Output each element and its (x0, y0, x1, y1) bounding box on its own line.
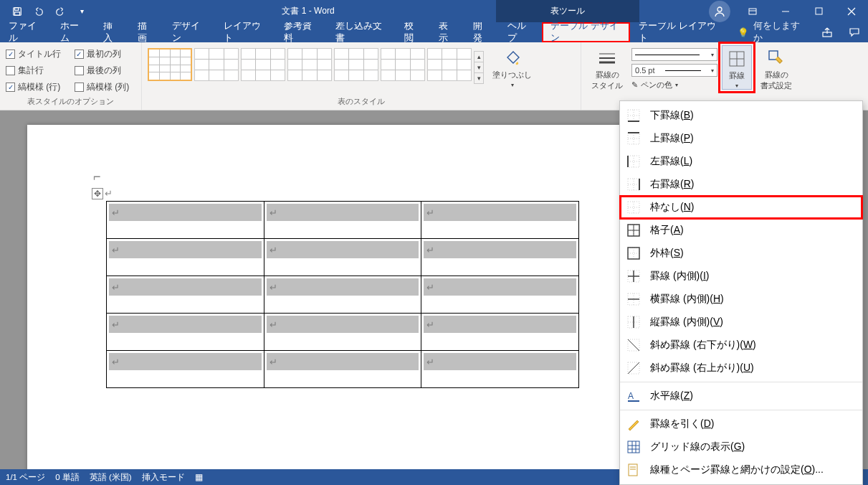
document-table[interactable]: ↵↵↵ ↵↵↵ ↵↵↵ ↵↵↵ ↵↵↵ (106, 201, 579, 388)
svg-rect-17 (628, 110, 639, 121)
pen-weight-select[interactable]: 0.5 pt▾ (631, 64, 717, 77)
table-cell[interactable]: ↵ (264, 202, 421, 239)
table-cell[interactable]: ↵ (421, 276, 579, 314)
chk-total-row[interactable]: 集計行 (6, 65, 67, 77)
table-style-thumb[interactable] (287, 48, 332, 81)
maximize-button[interactable] (802, 1, 835, 22)
table-cell[interactable]: ↵ (264, 239, 421, 276)
redo-button[interactable] (50, 1, 70, 22)
chk-banded-row[interactable]: ✓縞模様 (行) (6, 81, 67, 93)
chk-title-row[interactable]: ✓タイトル行 (6, 48, 67, 60)
table-style-thumb[interactable] (241, 48, 285, 81)
border-painter-button[interactable]: 罫線の 書式設定 (756, 45, 796, 91)
menu-item-box[interactable]: 外枠(S) (620, 242, 862, 265)
tab-view[interactable]: 表示 (430, 22, 464, 42)
menu-item-inside_v[interactable]: 縦罫線 (内側)(V) (620, 311, 862, 334)
tab-home[interactable]: ホーム (52, 22, 95, 42)
account-icon[interactable] (709, 1, 730, 22)
border-style-button[interactable]: 罫線の スタイル (587, 45, 627, 91)
status-mode[interactable]: 挿入モード (142, 472, 185, 483)
undo-button[interactable] (29, 1, 49, 22)
menu-item-grid[interactable]: グリッド線の表示(G) (620, 435, 862, 458)
tab-draw[interactable]: 描画 (129, 22, 163, 42)
ribbon-options-button[interactable] (736, 1, 769, 22)
tab-help[interactable]: ヘルプ (499, 22, 542, 42)
menu-item-label: 罫線を引く(D) (650, 418, 714, 430)
shading-button[interactable]: 塗りつぶし ▾ (488, 45, 536, 88)
menu-item-none[interactable]: 枠なし(N) (620, 196, 862, 219)
chk-first-col[interactable]: ✓最初の列 (75, 48, 135, 60)
menu-item-bottom[interactable]: 下罫線(B) (620, 104, 862, 127)
tell-me-label: 何をしますか (753, 20, 803, 44)
qat-customize-icon[interactable]: ▾ (72, 1, 92, 22)
chevron-up-icon[interactable]: ▴ (474, 52, 483, 62)
pen-color-button[interactable]: ✎ペンの色▾ (631, 80, 717, 90)
table-style-thumb[interactable] (194, 48, 239, 81)
table-cell[interactable]: ↵ (264, 276, 421, 314)
menu-item-hline[interactable]: A水平線(Z) (620, 385, 862, 408)
table-cell[interactable]: ↵ (421, 239, 579, 276)
menu-item-inside[interactable]: 罫線 (内側)(I) (620, 265, 862, 288)
table-style-thumb[interactable] (427, 48, 472, 81)
menu-item-label: 罫線 (内側)(I) (650, 270, 709, 283)
tab-table-layout[interactable]: テーブル レイアウト (630, 22, 727, 42)
menu-item-dialog[interactable]: 線種とページ罫線と網かけの設定(O)... (620, 458, 862, 481)
gallery-scroll[interactable]: ▴▾▾ (474, 51, 484, 84)
menu-item-diag_up[interactable]: 斜め罫線 (右上がり)(U) (620, 357, 862, 380)
tab-references[interactable]: 参考資料 (275, 22, 327, 42)
table-cell[interactable]: ↵ (107, 351, 264, 388)
table-cell[interactable]: ↵ (107, 314, 264, 351)
tab-insert[interactable]: 挿入 (95, 22, 129, 42)
menu-item-draw[interactable]: 罫線を引く(D) (620, 413, 862, 435)
menu-item-right[interactable]: 右罫線(R) (620, 173, 862, 196)
menu-item-all[interactable]: 格子(A) (620, 219, 862, 242)
share-button[interactable] (814, 27, 841, 38)
pen-style-select[interactable]: ▾ (631, 48, 717, 61)
chk-last-col[interactable]: 最後の列 (75, 65, 135, 77)
tab-review[interactable]: 校閲 (396, 22, 430, 42)
table-cell[interactable]: ↵ (264, 314, 421, 351)
tab-table-design[interactable]: テーブル デザイン (542, 22, 630, 42)
border-style-label: 罫線の スタイル (591, 70, 623, 91)
table-cell[interactable]: ↵ (421, 314, 579, 351)
chk-banded-col[interactable]: 縞模様 (列) (75, 81, 135, 93)
tab-file[interactable]: ファイル (0, 22, 52, 42)
table-cell[interactable]: ↵ (107, 276, 264, 314)
table-style-thumb[interactable] (381, 48, 425, 81)
tab-design[interactable]: デザイン (163, 22, 215, 42)
menu-item-label: 下罫線(B) (650, 109, 694, 122)
save-button[interactable] (7, 1, 27, 22)
status-lang[interactable]: 英語 (米国) (90, 472, 132, 483)
table-style-thumb[interactable] (148, 48, 192, 81)
tell-me-search[interactable]: 💡 何をしますか (728, 22, 814, 42)
table-cell[interactable]: ↵ (107, 239, 264, 276)
table-cell[interactable]: ↵ (421, 351, 579, 388)
table-cell[interactable]: ↵ (264, 351, 421, 388)
minimize-button[interactable] (769, 1, 802, 22)
comments-button[interactable] (841, 27, 868, 38)
menu-item-diag_down[interactable]: 斜め罫線 (右下がり)(W) (620, 334, 862, 357)
table-style-thumb[interactable] (334, 48, 378, 81)
svg-text:A: A (628, 391, 634, 401)
paint-bucket-icon (502, 48, 523, 68)
status-page[interactable]: 1/1 ページ (6, 472, 45, 483)
table-cell[interactable]: ↵ (421, 202, 579, 239)
menu-item-inside_h[interactable]: 横罫線 (内側)(H) (620, 288, 862, 311)
corner-mark-icon: ⌐ (93, 169, 101, 184)
table-style-gallery[interactable]: ▴▾▾ (148, 45, 484, 84)
menu-item-left[interactable]: 左罫線(L) (620, 150, 862, 173)
gallery-more-icon[interactable]: ▾ (474, 73, 483, 83)
table-move-handle[interactable]: ✥ (92, 188, 103, 199)
status-words[interactable]: 0 単語 (55, 472, 80, 483)
group-style-options: ✓タイトル行 ✓最初の列 集計行 最後の列 ✓縞模様 (行) 縞模様 (列) 表… (0, 42, 142, 110)
tab-mailings[interactable]: 差し込み文書 (327, 22, 396, 42)
table-cell[interactable]: ↵ (107, 202, 264, 239)
chevron-down-icon[interactable]: ▾ (474, 62, 483, 73)
borders-button[interactable]: 罫線 ▾ (722, 45, 752, 90)
tab-layout[interactable]: レイアウト (215, 22, 275, 42)
tab-developer[interactable]: 開発 (464, 22, 499, 42)
menu-item-top[interactable]: 上罫線(P) (620, 127, 862, 150)
status-macro-icon[interactable]: ▦ (195, 472, 203, 482)
close-button[interactable] (835, 1, 868, 22)
border-inside_v-icon (627, 316, 640, 329)
